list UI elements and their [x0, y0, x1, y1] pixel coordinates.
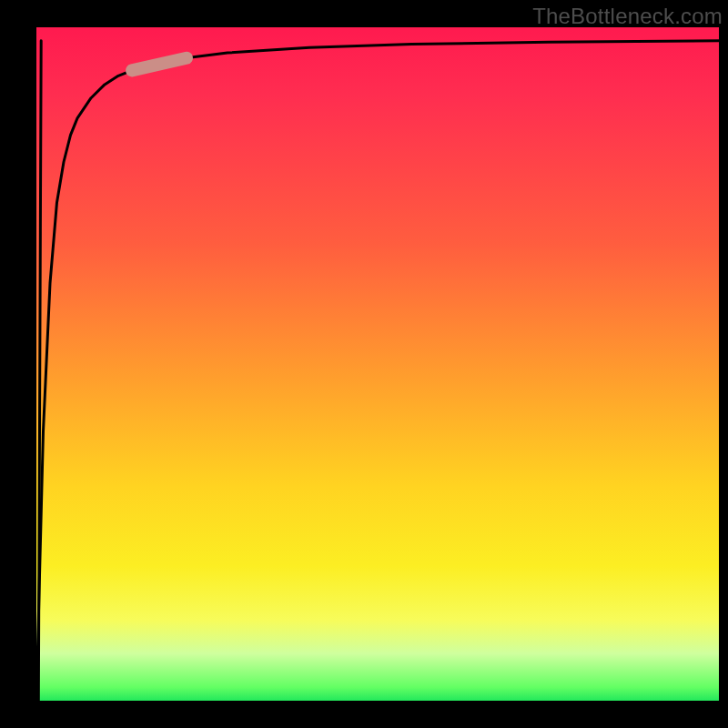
watermark-label: TheBottleneck.com: [532, 4, 723, 29]
x-axis: [33, 701, 719, 704]
chart-stage: TheBottleneck.com: [0, 0, 728, 728]
y-axis: [33, 27, 36, 704]
plot-gradient-background: [36, 27, 719, 701]
